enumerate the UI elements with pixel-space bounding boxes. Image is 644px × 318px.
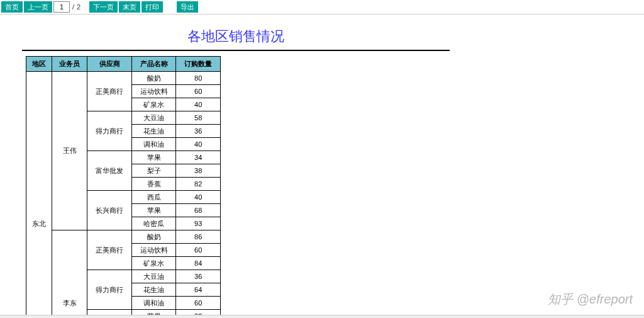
first-page-button[interactable]: 首页: [1, 1, 23, 13]
cell-supplier: 长兴商行: [87, 191, 132, 230]
page-total: 2: [77, 3, 83, 11]
col-region: 地区: [26, 57, 52, 72]
cell-qty: 84: [176, 257, 221, 270]
cell-qty: 36: [176, 270, 221, 283]
title-rule: [22, 50, 450, 51]
page-separator: /: [71, 3, 75, 11]
cell-supplier: 正美商行: [87, 230, 132, 270]
table-row: 李东正美商行酸奶86: [26, 230, 221, 244]
cell-product: 苹果: [131, 310, 176, 315]
cell-product: 香蕉: [131, 178, 176, 191]
cell-qty: 64: [176, 283, 221, 297]
cell-product: 大豆油: [131, 111, 176, 125]
col-product: 产品名称: [131, 57, 176, 72]
print-button[interactable]: 打印: [142, 1, 163, 13]
export-button[interactable]: 导出: [177, 1, 198, 13]
cell-qty: 36: [176, 125, 221, 138]
cell-person: 李东: [52, 230, 87, 315]
status-bar: [0, 315, 644, 318]
cell-qty: 60: [176, 85, 221, 98]
cell-qty: 86: [176, 230, 221, 244]
page-number-input[interactable]: [53, 1, 70, 13]
report-viewer[interactable]: 各地区销售情况 地区 业务员 供应商 产品名称 订购数量 东北王伟正美商行酸奶8…: [0, 14, 644, 315]
cell-person: 王伟: [52, 72, 87, 230]
page-indicator: / 2: [53, 1, 83, 13]
cell-product: 矿泉水: [131, 257, 176, 270]
toolbar: 首页 上一页 / 2 下一页 末页 打印 导出: [0, 0, 644, 14]
cell-product: 梨子: [131, 164, 176, 178]
col-person: 业务员: [52, 57, 87, 72]
cell-qty: 68: [176, 204, 221, 217]
prev-page-button[interactable]: 上一页: [24, 1, 52, 13]
cell-qty: 40: [176, 98, 221, 111]
cell-qty: 60: [176, 297, 221, 310]
cell-product: 哈密瓜: [131, 217, 176, 230]
cell-product: 调和油: [131, 297, 176, 310]
cell-qty: 58: [176, 111, 221, 125]
cell-supplier: 得力商行: [87, 270, 132, 310]
cell-qty: 34: [176, 151, 221, 164]
cell-qty: 38: [176, 164, 221, 178]
col-supplier: 供应商: [87, 57, 132, 72]
cell-product: 大豆油: [131, 270, 176, 283]
cell-product: 调和油: [131, 138, 176, 151]
cell-supplier: 得力商行: [87, 111, 132, 151]
cell-supplier: 富华批发: [87, 310, 132, 315]
cell-product: 花生油: [131, 283, 176, 297]
cell-supplier: 正美商行: [87, 72, 132, 111]
cell-qty: 40: [176, 191, 221, 204]
cell-product: 西瓜: [131, 191, 176, 204]
cell-product: 运动饮料: [131, 244, 176, 257]
cell-qty: 60: [176, 244, 221, 257]
cell-product: 花生油: [131, 125, 176, 138]
cell-qty: 82: [176, 178, 221, 191]
cell-qty: 80: [176, 72, 221, 85]
cell-product: 酸奶: [131, 230, 176, 244]
cell-supplier: 富华批发: [87, 151, 132, 191]
cell-product: 矿泉水: [131, 98, 176, 111]
table-header-row: 地区 业务员 供应商 产品名称 订购数量: [26, 57, 221, 72]
report-table: 地区 业务员 供应商 产品名称 订购数量 东北王伟正美商行酸奶80运动饮料60矿…: [26, 56, 221, 315]
cell-qty: 40: [176, 138, 221, 151]
last-page-button[interactable]: 末页: [119, 1, 140, 13]
col-qty: 订购数量: [176, 57, 221, 72]
cell-product: 苹果: [131, 151, 176, 164]
cell-qty: 93: [176, 217, 221, 230]
report-title: 各地区销售情况: [22, 27, 450, 46]
report-page: 各地区销售情况 地区 业务员 供应商 产品名称 订购数量 东北王伟正美商行酸奶8…: [22, 27, 450, 315]
cell-product: 酸奶: [131, 72, 176, 85]
cell-product: 苹果: [131, 204, 176, 217]
cell-region: 东北: [26, 72, 52, 315]
table-row: 东北王伟正美商行酸奶80: [26, 72, 221, 85]
cell-qty: 32: [176, 310, 221, 315]
cell-product: 运动饮料: [131, 85, 176, 98]
next-page-button[interactable]: 下一页: [89, 1, 118, 13]
